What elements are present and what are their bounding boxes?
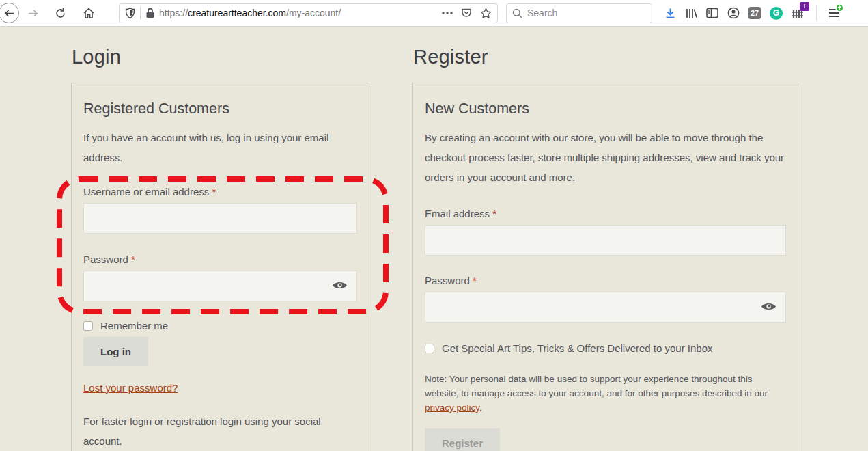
remember-me-row[interactable]: Remember me	[83, 320, 357, 331]
url-scheme: https://	[159, 8, 188, 18]
library-icon[interactable]	[685, 8, 697, 19]
register-card-title: New Customers	[425, 100, 786, 118]
password-reveal-eye-icon[interactable]	[761, 301, 776, 312]
newsletter-label: Get Special Art Tips, Tricks & Offers De…	[442, 342, 713, 354]
forward-icon	[27, 8, 39, 19]
login-button[interactable]: Log in	[83, 337, 148, 366]
browser-toolbar: https://creatureartteacher.com/my-accoun…	[0, 0, 868, 27]
extension-alert-badge: !	[800, 2, 809, 11]
social-login-text: For faster login or registration login u…	[83, 411, 350, 451]
newsletter-checkbox[interactable]	[425, 344, 434, 353]
url-bar[interactable]: https://creatureartteacher.com/my-accoun…	[119, 3, 498, 23]
fence-extension-icon[interactable]: !	[792, 8, 804, 19]
toolbar-divider	[816, 5, 817, 20]
register-section-title: Register	[413, 46, 488, 68]
required-asterisk: *	[473, 275, 477, 286]
home-button[interactable]	[78, 2, 100, 24]
update-available-badge	[835, 3, 844, 12]
privacy-policy-link[interactable]: privacy policy	[425, 402, 479, 413]
search-input[interactable]	[527, 8, 630, 18]
page-actions-icon[interactable]	[442, 12, 453, 14]
pocket-icon[interactable]	[461, 8, 472, 18]
login-section-title: Login	[72, 46, 121, 68]
url-domain: creatureartteacher.com	[188, 8, 286, 18]
email-label: Email address *	[425, 208, 786, 219]
register-password-input[interactable]	[425, 292, 786, 323]
password-reveal-eye-icon[interactable]	[332, 280, 348, 290]
url-text: https://creatureartteacher.com/my-accoun…	[159, 8, 436, 18]
register-password-label: Password *	[425, 275, 786, 286]
privacy-note: Note: Your personal data will be used to…	[425, 372, 786, 415]
url-path: /my-account/	[286, 8, 341, 18]
menu-button[interactable]	[828, 8, 840, 18]
back-button[interactable]	[0, 2, 22, 24]
lock-icon[interactable]	[145, 8, 155, 18]
grammarly-icon[interactable]: G	[770, 7, 783, 20]
home-icon	[83, 8, 95, 19]
forward-button[interactable]	[22, 2, 44, 24]
refresh-button[interactable]	[49, 2, 71, 24]
register-intro-text: By creating an account with our store, y…	[425, 128, 786, 187]
login-intro-text: If you have an account with us, log in u…	[83, 128, 350, 167]
login-card-title: Registered Customers	[83, 100, 357, 118]
search-bar[interactable]	[506, 3, 652, 23]
login-password-input[interactable]	[83, 271, 357, 301]
account-icon[interactable]	[727, 7, 740, 19]
remember-me-label: Remember me	[100, 320, 168, 331]
required-asterisk: *	[492, 208, 496, 219]
extension-27-icon[interactable]: 27	[748, 7, 761, 19]
required-asterisk: *	[212, 186, 216, 197]
email-input[interactable]	[425, 225, 786, 256]
remember-me-checkbox[interactable]	[83, 321, 93, 331]
urlbar-separator	[140, 7, 141, 19]
bookmark-star-icon[interactable]	[480, 8, 492, 19]
refresh-icon	[55, 8, 66, 19]
back-icon	[0, 3, 19, 23]
required-asterisk: *	[131, 254, 135, 265]
register-card: New Customers By creating an account wit…	[412, 83, 798, 451]
search-icon	[512, 8, 522, 18]
newsletter-opt-in-row[interactable]: Get Special Art Tips, Tricks & Offers De…	[425, 342, 786, 354]
shield-icon[interactable]	[125, 8, 135, 19]
username-input[interactable]	[83, 203, 357, 234]
login-card: Registered Customers If you have an acco…	[71, 83, 369, 451]
register-button[interactable]: Register	[425, 428, 500, 451]
username-label: Username or email address *	[83, 186, 357, 197]
downloads-icon[interactable]	[664, 8, 676, 19]
sidebar-icon[interactable]	[706, 8, 718, 18]
lost-password-link[interactable]: Lost your password?	[83, 382, 178, 394]
login-password-label: Password *	[83, 254, 357, 265]
